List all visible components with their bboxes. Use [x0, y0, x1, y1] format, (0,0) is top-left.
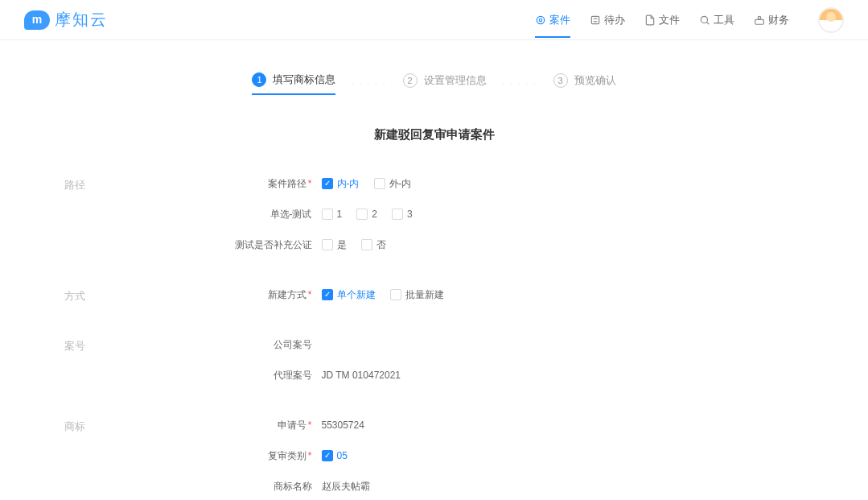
opt-05[interactable]: 05 [322, 450, 348, 461]
row-app-no: 申请号* 55305724 [153, 416, 804, 434]
search-icon [699, 14, 710, 26]
step-2[interactable]: 2 设置管理信息 [403, 73, 487, 94]
step-label: 预览确认 [574, 73, 616, 88]
row-agent-no: 代理案号 JD TM 010472021 [153, 366, 804, 384]
section-case-no: 案号 公司案号 代理案号 JD TM 010472021 [64, 336, 804, 397]
section-title: 路径 [64, 175, 153, 267]
nav-label: 工具 [714, 13, 734, 27]
nav-label: 案件 [549, 13, 570, 27]
svg-point-1 [539, 19, 542, 22]
svg-point-5 [701, 16, 707, 23]
nav-label: 文件 [659, 13, 680, 27]
tm-name-value: 赵辰夫帖霸 [322, 480, 370, 494]
nav-finance[interactable]: 财务 [754, 3, 789, 37]
svg-point-8 [758, 16, 761, 19]
opt-outer[interactable]: 外-内 [374, 177, 412, 191]
section-title: 商标 [64, 416, 153, 500]
nav-files[interactable]: 文件 [644, 3, 680, 37]
section-trademark: 商标 申请号* 55305724 复审类别* 05 商标名称 赵辰夫帖霸 国家知… [64, 416, 804, 500]
nav-cases[interactable]: 案件 [535, 3, 570, 37]
svg-point-0 [537, 16, 544, 23]
step-3[interactable]: 3 预览确认 [553, 73, 616, 94]
opt-single[interactable]: 单个新建 [322, 288, 376, 302]
step-dots: · · · · · [352, 80, 386, 89]
step-1[interactable]: 1 填写商标信息 [252, 72, 335, 95]
section-title: 方式 [64, 286, 153, 316]
svg-rect-7 [755, 19, 764, 24]
opt-yes[interactable]: 是 [322, 238, 347, 252]
steps: 1 填写商标信息 · · · · · 2 设置管理信息 · · · · · 3 … [64, 72, 804, 95]
nav-todo[interactable]: 待办 [590, 3, 625, 37]
opt-1[interactable]: 1 [322, 209, 343, 220]
nav-label: 待办 [604, 13, 625, 27]
row-tm-name: 商标名称 赵辰夫帖霸 [153, 477, 804, 495]
list-icon [590, 14, 601, 26]
file-icon [644, 14, 656, 26]
svg-line-6 [706, 22, 709, 24]
top-nav: 案件 待办 文件 工具 财务 [535, 3, 844, 37]
step-num: 1 [252, 72, 266, 87]
row-supplement: 测试是否补充公证 是 否 [153, 236, 804, 254]
agent-no-value: JD TM 010472021 [322, 370, 401, 381]
step-num: 2 [403, 73, 418, 88]
logo[interactable]: 摩知云 [24, 9, 108, 31]
ring-icon [535, 14, 546, 26]
row-new-method: 新建方式* 单个新建 批量新建 [153, 286, 804, 304]
section-path: 路径 案件路径* 内-内 外-内 单选-测试 1 2 3 测试是否补充公证 [64, 175, 804, 267]
row-review-type: 复审类别* 05 [153, 447, 804, 465]
opt-2[interactable]: 2 [356, 209, 377, 220]
step-num: 3 [553, 73, 568, 88]
row-single-test: 单选-测试 1 2 3 [153, 205, 804, 223]
opt-3[interactable]: 3 [392, 209, 413, 220]
opt-inner[interactable]: 内-内 [322, 177, 360, 191]
logo-text: 摩知云 [55, 9, 108, 31]
logo-icon [24, 10, 50, 30]
header: 摩知云 案件 待办 文件 工具 财务 [0, 0, 868, 40]
nav-tools[interactable]: 工具 [699, 3, 734, 37]
svg-rect-2 [591, 16, 599, 23]
opt-batch[interactable]: 批量新建 [390, 288, 444, 302]
opt-no[interactable]: 否 [361, 238, 386, 252]
section-title: 案号 [64, 336, 153, 397]
step-label: 设置管理信息 [424, 73, 487, 88]
nav-label: 财务 [768, 13, 789, 27]
step-label: 填写商标信息 [273, 72, 335, 87]
row-company-no: 公司案号 [153, 336, 804, 353]
content: 1 填写商标信息 · · · · · 2 设置管理信息 · · · · · 3 … [32, 40, 837, 500]
row-case-path: 案件路径* 内-内 外-内 [153, 175, 804, 192]
finance-icon [754, 14, 765, 26]
section-method: 方式 新建方式* 单个新建 批量新建 [64, 286, 804, 316]
avatar[interactable] [818, 7, 844, 33]
step-dots: · · · · · [503, 80, 537, 89]
page-title: 新建驳回复审申请案件 [64, 127, 804, 143]
app-no-value[interactable]: 55305724 [322, 419, 364, 431]
